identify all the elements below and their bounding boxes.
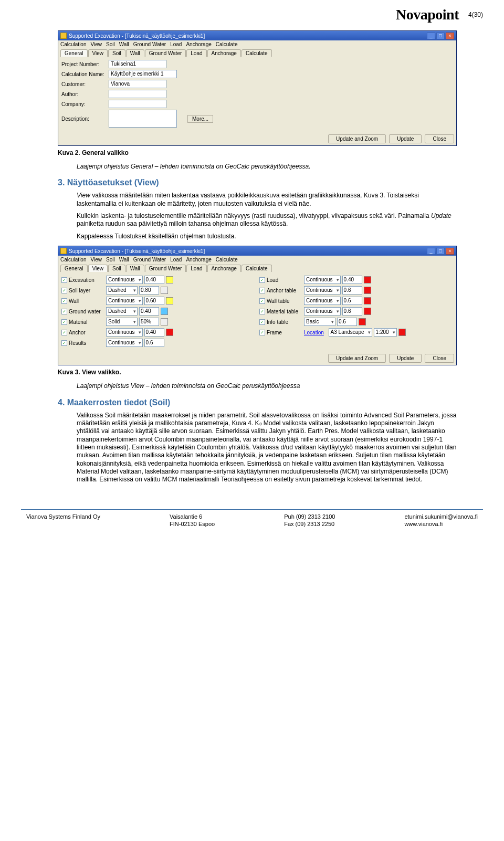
checkbox[interactable]: ✓ — [61, 340, 67, 346]
close-panel-button[interactable]: Close — [425, 354, 454, 363]
checkbox[interactable]: ✓ — [61, 298, 67, 304]
close-panel-button[interactable]: Close — [425, 134, 454, 143]
width-box[interactable]: 0.6 — [342, 297, 362, 305]
tab-wall[interactable]: Wall — [126, 265, 144, 272]
style-drop[interactable]: Continuous — [304, 286, 341, 295]
color-swatch[interactable] — [166, 329, 173, 336]
update-zoom-button[interactable]: Update and Zoom — [328, 134, 386, 143]
style-drop[interactable]: Continuous — [304, 276, 341, 284]
titlebar[interactable]: Supported Excavation - [Tukiseinä_käyttö… — [58, 246, 456, 256]
more-button[interactable]: More... — [187, 115, 213, 123]
menu-item[interactable]: View — [90, 41, 102, 47]
style-drop[interactable]: Continuous — [304, 297, 341, 305]
tab-wall[interactable]: Wall — [126, 49, 144, 57]
menu-item[interactable]: Wall — [119, 41, 129, 47]
style-drop[interactable]: Basic — [304, 318, 335, 326]
tab-general[interactable]: General — [60, 265, 88, 272]
tab-groundwater[interactable]: Ground Water — [145, 265, 186, 272]
tab-soil[interactable]: Soil — [108, 49, 125, 57]
checkbox[interactable]: ✓ — [61, 319, 67, 325]
calc-input[interactable]: Käyttöohje esimerkki 1 — [109, 70, 177, 78]
customer-input[interactable]: Vianova — [109, 80, 166, 88]
width-box[interactable]: 0.6 — [342, 307, 362, 316]
close-button[interactable]: × — [446, 33, 454, 39]
menu-item[interactable]: Calculation — [60, 257, 86, 262]
menu-item[interactable]: Ground Water — [133, 257, 166, 262]
checkbox[interactable]: ✓ — [259, 319, 265, 325]
color-swatch[interactable] — [364, 287, 371, 294]
color-swatch[interactable] — [161, 318, 168, 325]
project-input[interactable]: Tukiseinä1 — [109, 60, 166, 68]
minimize-button[interactable]: _ — [427, 33, 435, 39]
style-drop[interactable]: Continuous — [106, 276, 143, 284]
width-box[interactable]: 0.6 — [144, 339, 164, 347]
menu-item[interactable]: Calculate — [216, 41, 238, 47]
checkbox[interactable]: ✓ — [259, 277, 265, 283]
style-drop[interactable]: Dashed — [106, 286, 138, 295]
update-button[interactable]: Update — [389, 354, 422, 363]
tab-groundwater[interactable]: Ground Water — [145, 49, 186, 57]
color-swatch[interactable] — [364, 276, 371, 283]
minimize-button[interactable]: _ — [427, 248, 435, 255]
width-box[interactable]: 0.6 — [342, 286, 362, 295]
checkbox[interactable]: ✓ — [259, 288, 265, 293]
color-swatch[interactable] — [359, 318, 366, 325]
style-drop[interactable]: Continuous — [106, 339, 143, 347]
menu-item[interactable]: Soil — [106, 41, 115, 47]
menu-item[interactable]: Wall — [119, 257, 129, 262]
color-swatch[interactable] — [161, 308, 168, 315]
location-drop[interactable]: A3 Landscape — [329, 328, 372, 337]
menu-item[interactable]: Calculation — [60, 41, 86, 47]
menu-item[interactable]: Calculate — [216, 257, 238, 262]
menu-item[interactable]: View — [90, 257, 102, 262]
menubar[interactable]: CalculationViewSoilWallGround WaterLoadA… — [58, 256, 456, 264]
description-input[interactable] — [109, 110, 177, 128]
width-box[interactable]: 0.6 — [337, 318, 357, 326]
menu-item[interactable]: Ground Water — [133, 41, 166, 47]
style-drop[interactable]: Continuous — [106, 328, 143, 337]
location-link[interactable]: Location — [304, 330, 324, 335]
checkbox[interactable]: ✓ — [61, 309, 67, 314]
color-swatch[interactable] — [166, 297, 173, 304]
color-swatch[interactable] — [398, 329, 406, 336]
style-drop[interactable]: Continuous — [304, 307, 341, 316]
color-swatch[interactable] — [161, 287, 168, 294]
tab-anchorage[interactable]: Anchorage — [207, 265, 241, 272]
maximize-button[interactable]: □ — [436, 33, 445, 39]
width-box[interactable]: 0.40 — [144, 276, 164, 284]
width-box[interactable]: 0.80 — [139, 286, 159, 295]
tab-calculate[interactable]: Calculate — [242, 265, 272, 272]
color-swatch[interactable] — [166, 276, 173, 283]
checkbox[interactable]: ✓ — [61, 330, 67, 335]
checkbox[interactable]: ✓ — [61, 277, 67, 283]
checkbox[interactable]: ✓ — [259, 330, 265, 335]
tab-view[interactable]: View — [88, 49, 108, 57]
scale-drop[interactable]: 1:200 — [374, 328, 397, 337]
company-input[interactable] — [109, 100, 166, 108]
titlebar[interactable]: Supported Excavation - [Tukiseinä_käyttö… — [58, 31, 456, 40]
style-drop[interactable]: Dashed — [106, 307, 138, 316]
menu-item[interactable]: Load — [170, 257, 182, 262]
menu-item[interactable]: Anchorage — [186, 257, 211, 262]
width-box[interactable]: 0.40 — [139, 307, 159, 316]
checkbox[interactable]: ✓ — [259, 309, 265, 314]
tab-general[interactable]: General — [60, 49, 88, 57]
tab-load[interactable]: Load — [186, 265, 206, 272]
close-button[interactable]: × — [446, 248, 454, 255]
width-box[interactable]: 0.60 — [144, 297, 164, 305]
menu-item[interactable]: Load — [170, 41, 182, 47]
style-drop[interactable]: Continuous — [106, 297, 143, 305]
width-box[interactable]: 50% — [139, 318, 159, 326]
tab-calculate[interactable]: Calculate — [242, 49, 272, 57]
tab-load[interactable]: Load — [186, 49, 206, 57]
update-zoom-button[interactable]: Update and Zoom — [328, 354, 386, 363]
menu-item[interactable]: Soil — [106, 257, 115, 262]
tab-anchorage[interactable]: Anchorage — [207, 49, 241, 57]
color-swatch[interactable] — [364, 308, 371, 315]
update-button[interactable]: Update — [389, 134, 422, 143]
tab-soil[interactable]: Soil — [108, 265, 125, 272]
author-input[interactable] — [109, 90, 166, 98]
menu-item[interactable]: Anchorage — [186, 41, 211, 47]
maximize-button[interactable]: □ — [436, 248, 445, 255]
width-box[interactable]: 0.40 — [144, 328, 164, 337]
